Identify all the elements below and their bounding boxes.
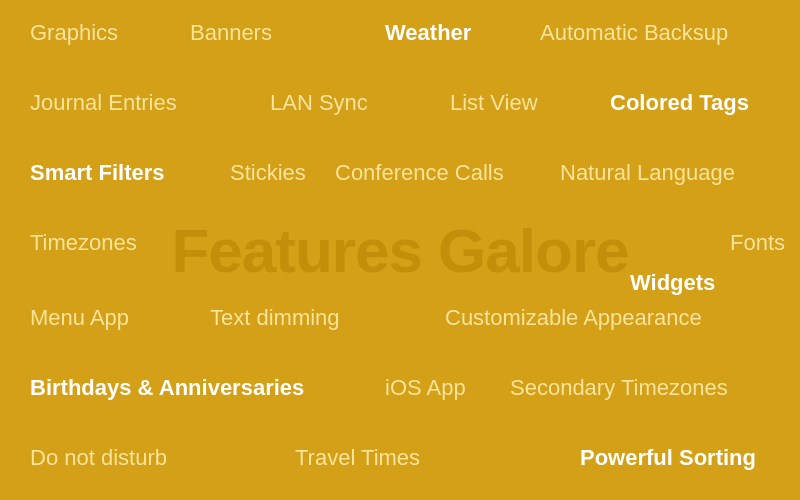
feature-tag-text-dimming: Text dimming [210, 305, 340, 331]
feature-tag-secondary-timezones: Secondary Timezones [510, 375, 728, 401]
feature-tag-customizable-appearance: Customizable Appearance [445, 305, 702, 331]
feature-tag-do-not-disturb: Do not disturb [30, 445, 167, 471]
feature-tag-fonts: Fonts [730, 230, 785, 256]
feature-tag-birthdays: Birthdays & Anniversaries [30, 375, 304, 401]
feature-tag-graphics: Graphics [30, 20, 118, 46]
feature-tag-colored-tags: Colored Tags [610, 90, 749, 116]
feature-tag-smart-filters: Smart Filters [30, 160, 165, 186]
feature-tag-natural-language: Natural Language [560, 160, 735, 186]
feature-tag-ios-app: iOS App [385, 375, 466, 401]
feature-tag-timezones: Timezones [30, 230, 137, 256]
feature-tag-lan-sync: LAN Sync [270, 90, 368, 116]
feature-tag-stickies: Stickies [230, 160, 306, 186]
feature-tag-banners: Banners [190, 20, 272, 46]
feature-tag-powerful-sorting: Powerful Sorting [580, 445, 756, 471]
feature-tag-journal-entries: Journal Entries [30, 90, 177, 116]
feature-tag-widgets: Widgets [630, 270, 715, 296]
center-title: Features Galore [171, 215, 628, 286]
feature-tag-weather: Weather [385, 20, 471, 46]
feature-tag-conference-calls: Conference Calls [335, 160, 504, 186]
feature-tag-automatic-backsup: Automatic Backsup [540, 20, 728, 46]
feature-tag-travel-times: Travel Times [295, 445, 420, 471]
feature-tag-list-view: List View [450, 90, 538, 116]
feature-tag-menu-app: Menu App [30, 305, 129, 331]
features-container: Features Galore GraphicsBannersWeatherAu… [0, 0, 800, 500]
